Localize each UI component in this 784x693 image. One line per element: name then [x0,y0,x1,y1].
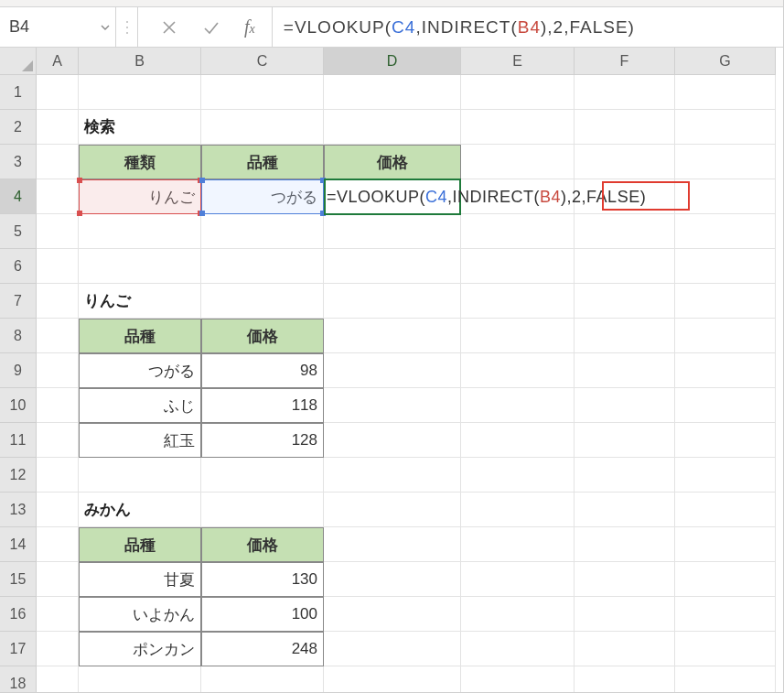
row-header[interactable]: 1 [0,75,37,110]
cell[interactable] [37,388,79,423]
row-header[interactable]: 6 [0,249,37,284]
cell[interactable] [575,110,675,145]
cell[interactable]: りんご [79,284,201,319]
cell[interactable] [37,423,79,458]
cell[interactable] [675,353,776,388]
enter-button[interactable] [202,18,220,37]
grid[interactable]: A B C D E F G 1 2 [0,48,783,692]
cell[interactable] [675,179,776,214]
cell[interactable] [575,145,675,179]
cell[interactable] [675,284,776,319]
cell[interactable]: 価格 [201,527,324,562]
cell[interactable] [37,249,79,284]
cell[interactable]: 品種 [79,527,201,562]
cell[interactable]: 価格 [201,319,324,353]
cell[interactable] [37,179,79,214]
cell[interactable] [37,527,79,562]
cell[interactable]: 紅玉 [79,423,201,458]
cell[interactable] [79,249,201,284]
cell[interactable] [37,75,79,110]
cell[interactable] [37,353,79,388]
cell[interactable] [575,632,675,666]
cell[interactable] [575,527,675,562]
cell[interactable] [461,632,575,666]
cell[interactable] [675,597,776,632]
col-header[interactable]: B [79,48,201,75]
col-header[interactable]: G [675,48,776,75]
row-header[interactable]: 16 [0,597,37,632]
cell[interactable] [324,458,461,493]
cell[interactable] [37,666,79,692]
cell[interactable]: 248 [201,632,324,666]
cell[interactable] [675,249,776,284]
cell[interactable] [575,423,675,458]
cell[interactable] [79,458,201,493]
cell[interactable] [675,666,776,692]
col-header[interactable]: D [324,48,461,75]
cell[interactable] [675,632,776,666]
cell[interactable] [201,666,324,692]
cell[interactable] [675,423,776,458]
cell[interactable] [675,75,776,110]
cell[interactable] [575,319,675,353]
row-header[interactable]: 10 [0,388,37,423]
col-header[interactable]: A [37,48,79,75]
cell[interactable] [461,423,575,458]
cell[interactable]: 130 [201,562,324,597]
cell[interactable] [461,527,575,562]
row-header[interactable]: 18 [0,666,37,692]
cell[interactable] [675,527,776,562]
cell[interactable] [675,458,776,493]
row-header[interactable]: 9 [0,353,37,388]
col-header[interactable]: C [201,48,324,75]
cell[interactable] [324,493,461,527]
cell[interactable] [675,562,776,597]
cell[interactable] [675,145,776,179]
cell[interactable] [324,214,461,249]
select-all-corner[interactable] [0,48,37,75]
row-header[interactable]: 8 [0,319,37,353]
cell[interactable] [575,284,675,319]
cell[interactable] [461,145,575,179]
col-header[interactable]: F [575,48,675,75]
cell[interactable] [37,597,79,632]
cell[interactable] [461,493,575,527]
cell[interactable] [461,458,575,493]
cell[interactable]: いよかん [79,597,201,632]
cell[interactable] [575,214,675,249]
cell[interactable] [575,666,675,692]
cell[interactable] [324,527,461,562]
cell-b4[interactable]: りんご [79,179,201,214]
cell[interactable]: 品種 [201,145,324,179]
cell[interactable] [324,423,461,458]
cell-d4-active[interactable]: =VLOOKUP(C4,INDIRECT(B4),2,FALSE) [324,179,461,214]
cell[interactable] [461,214,575,249]
cell[interactable] [201,493,324,527]
cell[interactable] [79,75,201,110]
cell[interactable] [37,110,79,145]
cell[interactable] [324,388,461,423]
cell[interactable] [37,214,79,249]
cell-c4[interactable]: つがる [201,179,324,214]
cell[interactable] [461,666,575,692]
cell[interactable] [575,597,675,632]
cancel-button[interactable] [160,18,178,37]
cell[interactable]: 検索 [79,110,201,145]
cell[interactable] [675,110,776,145]
cell[interactable] [37,562,79,597]
row-header[interactable]: 11 [0,423,37,458]
cell[interactable]: ポンカン [79,632,201,666]
cell[interactable] [79,666,201,692]
cell[interactable] [324,353,461,388]
cell[interactable] [675,214,776,249]
row-header[interactable]: 4 [0,179,37,214]
col-header[interactable]: E [461,48,575,75]
row-header[interactable]: 3 [0,145,37,179]
cell[interactable] [324,632,461,666]
cell[interactable] [37,145,79,179]
cell[interactable] [461,75,575,110]
cell[interactable] [461,284,575,319]
row-header[interactable]: 14 [0,527,37,562]
cell[interactable]: ふじ [79,388,201,423]
row-header[interactable]: 7 [0,284,37,319]
